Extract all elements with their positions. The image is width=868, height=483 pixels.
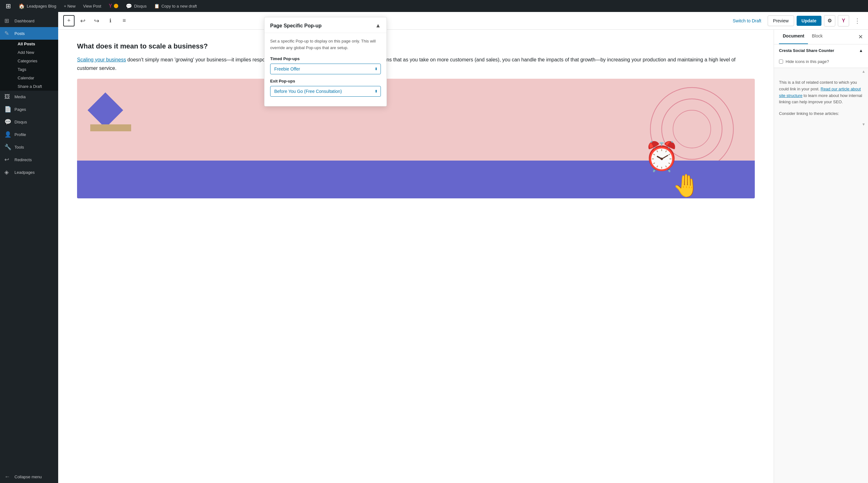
sidebar-item-tools[interactable]: 🔧 Tools [0, 141, 58, 153]
undo-button[interactable]: ↩ [77, 15, 88, 26]
add-block-icon: + [67, 17, 71, 24]
scaling-business-link[interactable]: Scaling your business [77, 57, 126, 62]
collapse-icon: ← [4, 474, 11, 480]
bar-shape [90, 124, 131, 131]
sidebar-item-dashboard[interactable]: ⊞ Dashboard [0, 15, 58, 27]
update-button[interactable]: Update [797, 16, 822, 26]
admin-bar: ⊞ 🏠 Leadpages Blog + New View Post Y 💬 D… [0, 0, 868, 12]
info-icon: ℹ [110, 18, 111, 24]
adminbar-view-post[interactable]: View Post [80, 0, 104, 12]
tab-document[interactable]: Document [779, 30, 808, 44]
adminbar-wp-logo[interactable]: ⊞ [2, 0, 14, 12]
sidebar-item-profile[interactable]: 👤 Profile [0, 128, 58, 141]
dashboard-label: Dashboard [14, 19, 35, 23]
sidebar-item-disqus[interactable]: 💬 Disqus [0, 116, 58, 128]
adminbar-site-name[interactable]: 🏠 Leadpages Blog [16, 0, 59, 12]
cresta-section-header[interactable]: Cresta Social Share Counter ▲ [774, 45, 868, 57]
adminbar-yoast[interactable]: Y [106, 0, 122, 12]
dashboard-icon: ⊞ [4, 17, 11, 24]
adminbar-copy-draft[interactable]: 📋 Copy to a new draft [151, 0, 200, 12]
sidebar-item-share-draft[interactable]: Share a Draft [14, 82, 58, 91]
clock-image: ⏰ [644, 140, 679, 173]
post-heading: What does it mean to scale a business? [77, 42, 755, 50]
adminbar-new[interactable]: + New [61, 0, 79, 12]
copy-icon: 📋 [154, 3, 159, 8]
cresta-section: Cresta Social Share Counter ▲ Hide icons… [774, 45, 868, 68]
redirects-icon: ↩ [4, 156, 11, 163]
sidebar-item-posts[interactable]: ✎ Posts [0, 27, 58, 40]
editor-toolbar: + ↩ ↪ ℹ ≡ Switch to Draft Preview Upd [58, 12, 868, 30]
media-label: Media [14, 94, 26, 99]
switch-to-draft-button[interactable]: Switch to Draft [729, 16, 765, 26]
sidebar-item-add-new[interactable]: Add New [14, 48, 58, 57]
page-specific-popup: Page Specific Pop-up ▲ Set a specific Po… [264, 17, 387, 107]
disqus-label: Disqus [134, 4, 147, 8]
sidebar-item-calendar[interactable]: Calendar [14, 74, 58, 82]
panel-close-button[interactable]: ✕ [858, 30, 863, 44]
editor-main[interactable]: What does it mean to scale a business? S… [58, 30, 774, 483]
block-tab-label: Block [812, 33, 823, 38]
share-draft-label: Share a Draft [18, 84, 42, 89]
post-content: What does it mean to scale a business? S… [77, 42, 755, 198]
popup-collapse-button[interactable]: ▲ [375, 22, 381, 29]
sidebar-item-categories[interactable]: Categories [14, 57, 58, 65]
document-tab-label: Document [783, 33, 804, 38]
profile-label: Profile [14, 132, 26, 137]
sidebar-item-tags[interactable]: Tags [14, 65, 58, 74]
more-options-button[interactable]: ⋮ [851, 15, 863, 26]
timed-popup-select[interactable]: Freebie Offer Newsletter Signup None [270, 64, 381, 74]
sidebar-item-collapse[interactable]: ← Collapse menu [0, 471, 58, 483]
scroll-down-icon[interactable]: ▼ [862, 122, 866, 126]
disqus-icon: 💬 [4, 118, 11, 125]
popup-title: Page Specific Pop-up [270, 23, 322, 29]
main-layout: ⊞ Dashboard ✎ Posts All Posts Add New Ca… [0, 12, 868, 483]
sidebar-item-redirects[interactable]: ↩ Redirects [0, 153, 58, 166]
yoast-icon: Y [109, 3, 112, 9]
sidebar: ⊞ Dashboard ✎ Posts All Posts Add New Ca… [0, 12, 58, 483]
exit-popup-select-wrapper: Before You Go (Free Consultation) Newsle… [270, 86, 381, 97]
posts-submenu: All Posts Add New Categories Tags Calend… [0, 40, 58, 91]
exit-popup-select[interactable]: Before You Go (Free Consultation) Newsle… [270, 86, 381, 97]
new-label: + New [64, 4, 75, 8]
media-icon: 🖼 [4, 93, 11, 100]
right-panel-content[interactable]: Cresta Social Share Counter ▲ Hide icons… [774, 45, 868, 483]
tab-block[interactable]: Block [808, 30, 826, 44]
undo-icon: ↩ [80, 17, 86, 25]
copy-draft-label: Copy to a new draft [161, 4, 197, 8]
scroll-up-icon[interactable]: ▲ [862, 69, 866, 74]
right-panel: Document Block ✕ Cresta Social Share Cou… [774, 30, 868, 483]
pages-icon: 📄 [4, 106, 11, 113]
all-posts-label: All Posts [18, 41, 35, 46]
timed-popup-select-wrapper: Freebie Offer Newsletter Signup None ⬍ [270, 64, 381, 74]
sidebar-item-pages[interactable]: 📄 Pages [0, 103, 58, 116]
collapse-label: Collapse menu [14, 475, 42, 479]
hide-icons-checkbox[interactable] [779, 59, 783, 64]
redirects-label: Redirects [14, 158, 32, 162]
preview-button[interactable]: Preview [768, 16, 794, 26]
view-post-label: View Post [83, 4, 101, 8]
consider-text-block: Consider linking to these articles: [774, 109, 868, 121]
adminbar-disqus[interactable]: 💬 Disqus [123, 0, 150, 12]
tools-icon: 🔧 [4, 144, 11, 150]
posts-label: Posts [14, 31, 25, 36]
sidebar-item-all-posts[interactable]: All Posts [14, 40, 58, 48]
yoast-toolbar-button[interactable]: Y [838, 15, 849, 26]
yoast-toolbar-icon: Y [842, 18, 845, 24]
home-icon: 🏠 [19, 3, 25, 9]
pages-label: Pages [14, 107, 26, 112]
comment-icon: 💬 [126, 3, 132, 9]
add-new-label: Add New [18, 50, 34, 55]
info-button[interactable]: ℹ [105, 15, 116, 26]
more-options-icon: ⋮ [854, 17, 861, 25]
add-block-button[interactable]: + [63, 15, 74, 26]
redo-button[interactable]: ↪ [91, 15, 102, 26]
sidebar-item-leadpages[interactable]: ◈ Leadpages [0, 166, 58, 178]
popup-header: Page Specific Pop-up ▲ [265, 17, 386, 33]
yoast-status-dot [114, 4, 118, 8]
hide-icons-row: Hide icons in this page? [779, 59, 863, 64]
list-view-button[interactable]: ≡ [119, 15, 130, 26]
sidebar-item-media[interactable]: 🖼 Media [0, 91, 58, 103]
content-area: + ↩ ↪ ℹ ≡ Switch to Draft Preview Upd [58, 12, 868, 483]
redo-icon: ↪ [94, 17, 99, 25]
settings-button[interactable]: ⚙ [824, 15, 835, 26]
